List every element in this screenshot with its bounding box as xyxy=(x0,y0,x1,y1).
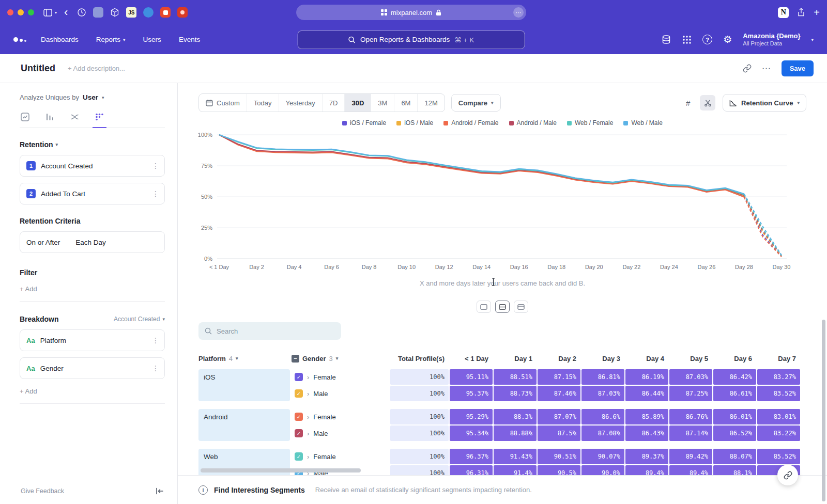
nav-item-users[interactable]: Users xyxy=(143,36,161,43)
retention-value-cell[interactable]: 86.76% xyxy=(669,409,712,424)
column-header-day-5[interactable]: Day 5 xyxy=(669,355,713,363)
apps-grid-icon[interactable] xyxy=(682,35,692,44)
help-icon[interactable]: ? xyxy=(702,35,712,44)
column-header-total[interactable]: Total Profile(s) xyxy=(390,355,449,363)
series-checkbox[interactable]: ✓ xyxy=(295,413,303,421)
add-description-field[interactable]: + Add description... xyxy=(68,65,125,72)
retention-value-cell[interactable]: 95.34% xyxy=(450,426,493,441)
range-6m[interactable]: 6M xyxy=(394,94,417,112)
retention-value-cell[interactable]: 91.43% xyxy=(494,449,537,464)
nav-item-reports[interactable]: Reports▾ xyxy=(96,36,126,43)
save-button[interactable]: Save xyxy=(782,60,814,76)
table-only-view-button[interactable] xyxy=(514,301,528,313)
table-search-input[interactable]: Search xyxy=(198,322,341,340)
chevron-right-icon[interactable]: › xyxy=(307,390,309,398)
share-icon[interactable] xyxy=(797,8,805,17)
legend-item-ios-female[interactable]: iOS / Female xyxy=(342,119,386,127)
tab-insights[interactable] xyxy=(20,112,30,128)
range-today[interactable]: Today xyxy=(247,94,279,112)
retention-value-cell[interactable]: 85.89% xyxy=(625,409,668,424)
settings-gear-icon[interactable]: ⚙ xyxy=(723,35,732,44)
column-header-day-4[interactable]: Day 4 xyxy=(625,355,669,363)
chevron-right-icon[interactable]: › xyxy=(307,430,309,437)
orange-extension-icon[interactable] xyxy=(160,7,171,18)
retention-value-cell[interactable]: 87.08% xyxy=(581,426,624,441)
retention-value-cell[interactable]: 87.03% xyxy=(669,369,712,385)
retention-value-cell[interactable]: 88.73% xyxy=(494,386,537,401)
kebab-menu-icon[interactable]: ⋮ xyxy=(152,336,159,344)
retention-value-cell[interactable]: 86.81% xyxy=(581,369,624,385)
retention-value-cell[interactable]: 87.5% xyxy=(538,426,580,441)
series-checkbox[interactable]: ✓ xyxy=(295,389,303,398)
address-bar[interactable]: mixpanel.com ⋯ xyxy=(296,5,526,20)
blue-extension-icon[interactable] xyxy=(143,7,154,18)
new-tab-icon[interactable]: + xyxy=(814,7,820,19)
collapse-sidebar-icon[interactable] xyxy=(156,487,164,495)
range-7d[interactable]: 7D xyxy=(322,94,345,112)
chevron-right-icon[interactable]: › xyxy=(307,373,309,381)
range-30d[interactable]: 30D xyxy=(344,94,371,112)
more-options-icon[interactable]: ⋯ xyxy=(762,63,771,74)
legend-item-android-male[interactable]: Android / Male xyxy=(509,119,557,127)
chart-type-dropdown[interactable]: Retention Curve ▾ xyxy=(723,94,806,112)
report-title[interactable]: Untitled xyxy=(21,63,55,74)
share-link-button[interactable] xyxy=(777,465,798,485)
retention-value-cell[interactable]: 87.03% xyxy=(581,386,624,401)
copy-link-icon[interactable] xyxy=(743,64,752,73)
column-header-platform[interactable]: Platform4▾ xyxy=(198,355,292,363)
give-feedback-link[interactable]: Give Feedback xyxy=(21,487,64,495)
scissors-icon[interactable] xyxy=(700,95,715,111)
tab-flows[interactable] xyxy=(69,112,80,128)
split-view-button[interactable] xyxy=(495,301,510,313)
range-yesterday[interactable]: Yesterday xyxy=(279,94,322,112)
retention-criteria-row[interactable]: On or After Each Day xyxy=(20,231,165,253)
legend-item-web-female[interactable]: Web / Female xyxy=(567,119,613,127)
column-header-gender[interactable]: −Gender3▾ xyxy=(292,355,390,363)
chevron-right-icon[interactable]: › xyxy=(307,453,309,461)
legend-item-web-male[interactable]: Web / Male xyxy=(623,119,662,127)
retention-value-cell[interactable]: 83.01% xyxy=(757,409,800,424)
analyze-entity-dropdown[interactable]: User xyxy=(83,93,98,101)
retention-value-cell[interactable]: 90.07% xyxy=(581,449,624,464)
legend-item-android-female[interactable]: Android / Female xyxy=(443,119,498,127)
retention-value-cell[interactable]: 88.07% xyxy=(713,449,756,464)
retention-value-cell[interactable]: 83.22% xyxy=(757,426,800,441)
criteria-each-day[interactable]: Each Day xyxy=(75,239,106,246)
clock-extension-icon[interactable] xyxy=(77,8,86,17)
retention-value-cell[interactable]: 87.07% xyxy=(538,409,580,424)
breakdown-scope-dropdown[interactable]: Account Created ▾ xyxy=(114,316,165,323)
tab-funnels[interactable] xyxy=(44,112,55,128)
retention-value-cell[interactable]: 90.51% xyxy=(538,449,580,464)
add-breakdown-button[interactable]: + Add xyxy=(20,387,165,395)
data-management-icon[interactable] xyxy=(661,35,671,45)
breakdown-item-gender[interactable]: AaGender⋮ xyxy=(20,357,165,379)
close-window-button[interactable] xyxy=(7,9,13,15)
retention-value-cell[interactable]: 88.51% xyxy=(494,369,537,385)
retention-value-cell[interactable]: 83.27% xyxy=(757,369,800,385)
column-header-day-6[interactable]: Day 6 xyxy=(713,355,757,363)
retention-section-title[interactable]: Retention xyxy=(20,140,53,149)
retention-value-cell[interactable]: 96.37% xyxy=(450,449,493,464)
retention-value-cell[interactable]: 91.4% xyxy=(494,465,537,475)
retention-value-cell[interactable]: 86.42% xyxy=(713,369,756,385)
series-checkbox[interactable]: ✓ xyxy=(295,429,303,437)
criteria-on-or-after[interactable]: On or After xyxy=(26,239,60,246)
cube-extension-icon[interactable] xyxy=(110,8,119,17)
retention-value-cell[interactable]: 83.52% xyxy=(757,386,800,401)
notion-extension-icon[interactable]: N xyxy=(778,7,789,18)
range-custom[interactable]: Custom xyxy=(199,94,247,112)
project-switcher[interactable]: Amazonia {Demo} All Project Data xyxy=(743,32,800,48)
retention-step-1[interactable]: 1Account Created⋮ xyxy=(20,155,165,177)
column-header-day-0[interactable]: < 1 Day xyxy=(449,355,493,363)
retention-value-cell[interactable]: 86.6% xyxy=(581,409,624,424)
retention-line-chart[interactable] xyxy=(217,132,787,262)
retention-value-cell[interactable]: 86.61% xyxy=(713,386,756,401)
retention-value-cell[interactable]: 95.11% xyxy=(450,369,493,385)
retention-value-cell[interactable]: 85.52% xyxy=(757,449,800,464)
red-extension-icon[interactable] xyxy=(177,7,188,18)
retention-step-2[interactable]: 2Added To Cart⋮ xyxy=(20,183,165,204)
retention-value-cell[interactable]: 95.37% xyxy=(450,386,493,401)
annotations-hash-icon[interactable]: # xyxy=(680,95,696,111)
vertical-scrollbar[interactable] xyxy=(822,320,825,501)
column-header-day-7[interactable]: Day 7 xyxy=(757,355,801,363)
